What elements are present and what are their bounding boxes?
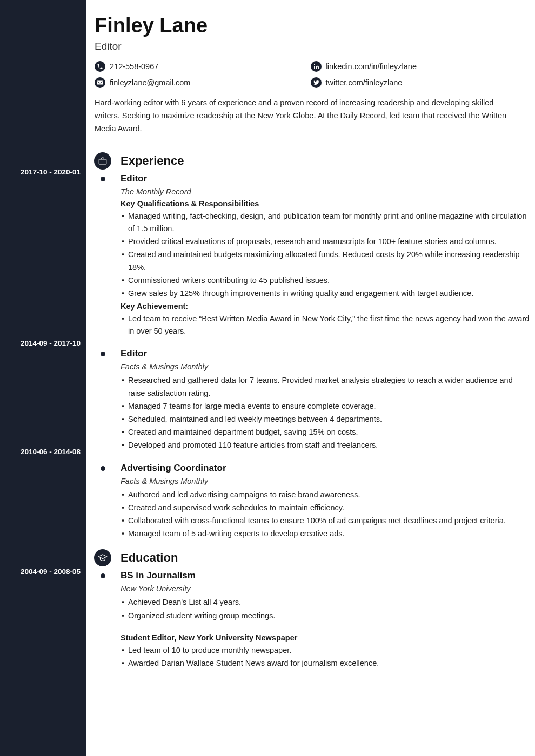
list-item: Organized student writing group meetings…	[121, 610, 531, 622]
edu-bullets: Led team of 10 to produce monthly newspa…	[121, 644, 531, 670]
phone-icon	[95, 61, 105, 72]
list-item: Developed and promoted 110 feature artic…	[121, 439, 531, 451]
candidate-name: Finley Lane	[95, 14, 526, 37]
graduation-icon	[94, 549, 111, 566]
list-item: Collaborated with cross-functional teams…	[121, 515, 531, 527]
timeline-dot	[101, 466, 105, 471]
summary: Hard-working editor with 6 years of expe…	[95, 97, 526, 136]
degree-title: BS in Journalism	[121, 570, 531, 581]
list-item: Grew sales by 125% through improvements …	[121, 287, 531, 300]
section-header-education: Education	[95, 551, 535, 565]
date-range: 2004-09 - 2008-05	[21, 568, 86, 576]
section-title: Experience	[121, 154, 184, 168]
job-org: Facts & Musings Monthly	[121, 362, 531, 371]
list-item: Researched and gathered data for 7 teams…	[121, 374, 531, 399]
date-range: 2017-10 - 2020-01	[21, 168, 86, 176]
contact-email: finleyzlane@gmail.com	[95, 77, 311, 88]
main-content: Finley Lane Editor 212-558-0967 linkedin…	[86, 0, 535, 756]
contact-phone: 212-558-0967	[95, 61, 311, 72]
contact-twitter: twitter.com/finleyzlane	[311, 77, 527, 88]
job-org: Facts & Musings Monthly	[121, 477, 531, 485]
linkedin-icon	[311, 61, 322, 72]
date-range: 2010-06 - 2014-08	[21, 448, 86, 456]
experience-timeline: Editor The Monthly Record Key Qualificat…	[103, 173, 535, 541]
job-subhead: Key Qualifications & Responsibilities	[121, 199, 531, 208]
list-item: Awarded Darian Wallace Student News awar…	[121, 657, 531, 670]
list-item: Managed 7 teams for large media events t…	[121, 400, 531, 413]
list-item: Led team to receive “Best Written Media …	[121, 313, 531, 338]
experience-entry: Editor The Monthly Record Key Qualificat…	[121, 173, 531, 338]
contact-twitter-text: twitter.com/finleyzlane	[326, 78, 403, 87]
list-item: Created and maintained department budget…	[121, 426, 531, 438]
edu-subhead: Student Editor, New York University News…	[121, 633, 531, 642]
school-org: New York University	[121, 584, 531, 593]
job-bullets: Managed writing, fact-checking, design, …	[121, 210, 531, 300]
job-subhead: Key Achievement:	[121, 302, 531, 310]
list-item: Managed team of 5 ad-writing experts to …	[121, 528, 531, 540]
job-bullets: Authored and led advertising campaigns t…	[121, 489, 531, 541]
experience-entry: Editor Facts & Musings Monthly Researche…	[121, 348, 531, 451]
list-item: Scheduled, maintained and led weekly mee…	[121, 413, 531, 426]
edu-bullets: Achieved Dean's List all 4 years. Organi…	[121, 596, 531, 622]
sidebar: 2017-10 - 2020-01 2014-09 - 2017-10 2010…	[0, 0, 86, 756]
svg-rect-0	[99, 159, 106, 164]
list-item: Created and maintained budgets maximizin…	[121, 248, 531, 273]
timeline-dot	[101, 573, 105, 578]
resume-page: 2017-10 - 2020-01 2014-09 - 2017-10 2010…	[0, 0, 535, 756]
contact-email-text: finleyzlane@gmail.com	[110, 78, 190, 87]
section-title: Education	[121, 551, 178, 565]
experience-entry: Advertising Coordinator Facts & Musings …	[121, 463, 531, 541]
list-item: Commissioned writers contributing to 45 …	[121, 274, 531, 287]
briefcase-icon	[94, 152, 111, 170]
list-item: Created and supervised work schedules to…	[121, 502, 531, 514]
job-bullets: Researched and gathered data for 7 teams…	[121, 374, 531, 451]
timeline-dot	[101, 352, 105, 356]
timeline-dot	[101, 177, 105, 181]
job-bullets: Led team to receive “Best Written Media …	[121, 313, 531, 338]
job-title: Editor	[121, 348, 531, 359]
contact-phone-text: 212-558-0967	[110, 62, 158, 71]
contacts: 212-558-0967 linkedin.com/in/finleyzlane…	[95, 61, 526, 88]
candidate-title: Editor	[95, 40, 526, 52]
contact-linkedin-text: linkedin.com/in/finleyzlane	[326, 62, 417, 71]
date-range: 2014-09 - 2017-10	[21, 339, 86, 347]
list-item: Managed writing, fact-checking, design, …	[121, 210, 531, 235]
education-entry: BS in Journalism New York University Ach…	[121, 570, 531, 670]
list-item: Authored and led advertising campaigns t…	[121, 489, 531, 501]
job-title: Advertising Coordinator	[121, 463, 531, 474]
resume-header: Finley Lane Editor 212-558-0967 linkedin…	[86, 14, 535, 147]
twitter-icon	[311, 77, 322, 88]
list-item: Achieved Dean's List all 4 years.	[121, 596, 531, 609]
contact-linkedin: linkedin.com/in/finleyzlane	[311, 61, 527, 72]
section-header-experience: Experience	[95, 154, 535, 168]
list-item: Led team of 10 to produce monthly newspa…	[121, 644, 531, 657]
education-timeline: BS in Journalism New York University Ach…	[103, 570, 535, 681]
list-item: Provided critical evaluations of proposa…	[121, 235, 531, 248]
job-org: The Monthly Record	[121, 187, 531, 196]
job-title: Editor	[121, 173, 531, 184]
email-icon	[95, 77, 105, 88]
